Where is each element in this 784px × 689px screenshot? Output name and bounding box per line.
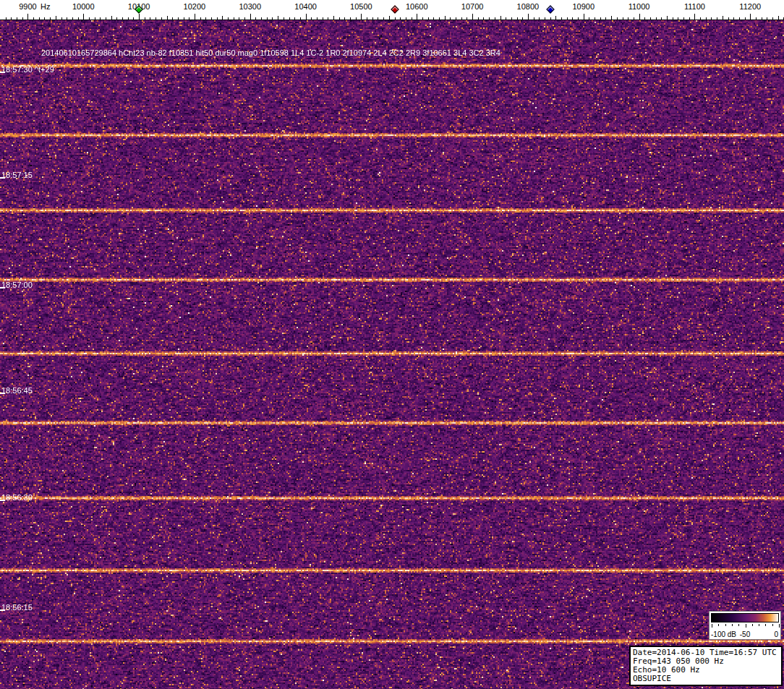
spectrogram-area[interactable]: 20140610165729864 hCnt23 nb-82 f10351 hi… — [0, 20, 784, 689]
ruler-tick — [617, 17, 618, 20]
ruler-tick — [378, 17, 378, 20]
ruler-tick — [239, 17, 239, 20]
ruler-tick — [778, 16, 779, 20]
ruler-tick — [428, 17, 429, 20]
ruler-tick — [128, 17, 129, 20]
ruler-tick — [383, 17, 384, 20]
ruler-tick — [155, 17, 156, 20]
colorbar-tick — [752, 624, 753, 626]
freq-tick-label: 10200 — [184, 2, 206, 11]
colorbar-tick — [738, 624, 739, 626]
ruler-tick — [589, 17, 589, 20]
time-axis-tick — [0, 287, 5, 288]
ruler-tick — [650, 17, 651, 20]
colorbar-tick — [746, 624, 746, 628]
ruler-tick — [244, 17, 245, 20]
ruler-tick — [644, 17, 645, 20]
ruler-tick — [306, 14, 307, 20]
ruler-tick — [561, 17, 562, 20]
ruler-tick — [595, 17, 595, 20]
ruler-tick — [683, 17, 684, 20]
ruler-tick — [555, 16, 556, 20]
ruler-tick — [344, 17, 345, 20]
ruler-tick — [205, 17, 206, 20]
time-label: 18:57:15 — [1, 171, 33, 179]
colorbar-label-max: 0 — [774, 630, 778, 638]
ruler-tick — [772, 17, 773, 20]
ruler-tick — [17, 17, 17, 20]
ruler-tick — [72, 17, 73, 20]
ruler-tick — [172, 17, 173, 20]
ruler-tick — [706, 17, 707, 20]
freq-tick-label: 11000 — [629, 2, 650, 11]
ruler-tick — [711, 17, 712, 20]
ruler-tick — [167, 16, 168, 20]
ruler-tick — [472, 14, 473, 20]
time-axis-tick — [0, 609, 5, 611]
ruler-tick — [372, 17, 373, 20]
ruler-tick — [106, 17, 106, 20]
time-label: 18:57:30 ^t+29 — [1, 65, 54, 74]
ruler-tick — [44, 17, 45, 20]
freq-tick-label: 9900 — [19, 2, 36, 11]
time-axis-tick — [0, 72, 5, 73]
ruler-tick — [100, 17, 101, 20]
ruler-tick — [445, 16, 446, 20]
ruler-tick — [189, 17, 189, 20]
ruler-tick — [50, 17, 51, 20]
freq-tick-label: 10900 — [572, 2, 595, 11]
marker-blue-diamond[interactable] — [546, 5, 554, 13]
ruler-tick — [222, 16, 223, 20]
ruler-tick — [33, 17, 34, 20]
ruler-tick — [116, 17, 117, 20]
colorbar-label-min: -100 dB — [711, 630, 736, 638]
ruler-tick — [89, 17, 90, 20]
colorbar-gradient — [711, 613, 779, 622]
ruler-tick — [300, 17, 301, 20]
ruler-tick — [611, 16, 612, 20]
ruler-tick — [717, 17, 717, 20]
ruler-tick — [528, 14, 529, 20]
ruler-tick — [11, 17, 12, 20]
ruler-tick — [261, 17, 262, 20]
ruler-tick — [600, 17, 601, 20]
freq-tick-label: 10300 — [239, 2, 261, 11]
ruler-tick — [67, 17, 67, 20]
ruler-tick — [534, 17, 534, 20]
ruler-tick — [500, 16, 501, 20]
ruler-tick — [356, 17, 357, 20]
ruler-tick — [6, 17, 7, 20]
colorbar-tick — [759, 624, 759, 626]
ruler-tick — [412, 17, 412, 20]
ruler-tick — [406, 17, 406, 20]
marker-red-diamond[interactable] — [391, 5, 399, 13]
ruler-tick — [139, 14, 140, 20]
ruler-tick — [200, 17, 201, 20]
ruler-tick — [439, 17, 440, 20]
ruler-tick — [367, 17, 367, 20]
ruler-tick — [27, 14, 28, 20]
ruler-tick — [483, 17, 484, 20]
ruler-tick — [623, 17, 623, 20]
ruler-tick — [278, 16, 278, 20]
ruler-tick — [61, 17, 62, 20]
time-axis-tick — [0, 177, 5, 179]
ruler-tick — [656, 17, 657, 20]
ruler-tick — [111, 16, 112, 20]
info-station: OBSUPICE — [633, 675, 779, 683]
ruler-tick — [567, 17, 568, 20]
ruler-tick — [745, 17, 746, 20]
ruler-tick — [294, 17, 295, 20]
spectrogram-canvas[interactable] — [0, 20, 784, 689]
colorbar-label-mid: -50 — [740, 630, 750, 638]
ruler-tick — [217, 17, 218, 20]
ruler-tick — [133, 17, 134, 20]
colorbar-tick — [718, 624, 719, 626]
ruler-tick — [184, 17, 184, 20]
frequency-unit-label: Hz — [41, 2, 50, 11]
ruler-tick — [733, 17, 734, 20]
ruler-tick — [422, 17, 423, 20]
ruler-tick — [350, 17, 351, 20]
ruler-tick — [78, 17, 79, 20]
colorbar-tick — [725, 624, 726, 626]
